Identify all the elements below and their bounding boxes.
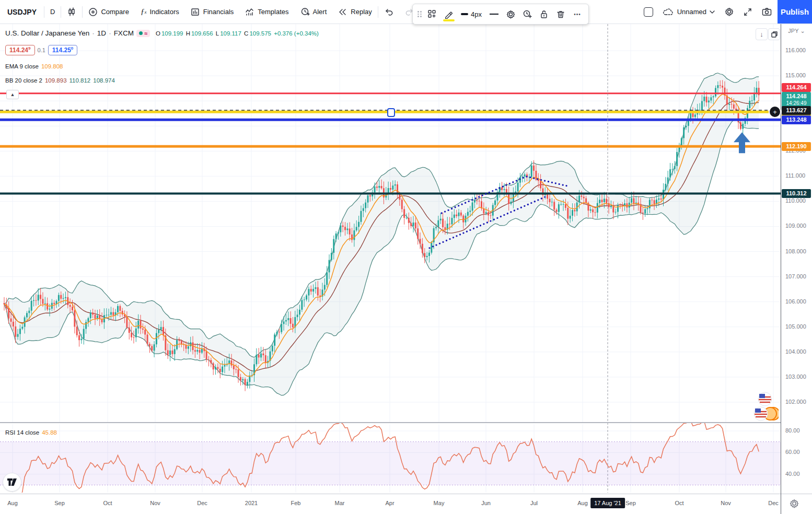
- rsi-tick: 80.00: [785, 427, 800, 434]
- symbol-label: USDJPY: [7, 8, 37, 16]
- pencil-icon: [444, 9, 454, 19]
- time-label: Apr: [385, 500, 394, 506]
- ask-sup: 0: [71, 46, 73, 51]
- line-style-button[interactable]: [486, 6, 502, 22]
- delete-button[interactable]: [553, 6, 569, 22]
- price-chart[interactable]: [0, 0, 812, 494]
- chart-style-button[interactable]: [61, 3, 82, 21]
- replay-icon: [338, 7, 347, 17]
- bid-ask-row: 114.249 0.1 114.250: [5, 45, 77, 55]
- grid-plus-icon: [427, 9, 437, 19]
- delayed-data-icon: ≈: [144, 30, 147, 37]
- orange-line-price-label: 112.190: [782, 142, 811, 151]
- symbol-legend[interactable]: U.S. Dollar / Japanese Yen · 1D · FXCM ≈…: [5, 29, 320, 37]
- indicators-button[interactable]: ƒx Indicators: [135, 3, 185, 21]
- price-tick: 106.000: [785, 298, 806, 305]
- line-collapse-button[interactable]: ▲: [6, 90, 19, 99]
- financials-icon: [191, 7, 200, 17]
- symbol-button[interactable]: USDJPY: [0, 3, 44, 21]
- time-axis[interactable]: AugSepOctNovDec2021FebMarAprMayJunJulAug…: [0, 494, 812, 514]
- cloud-layout-button[interactable]: Unnamed: [659, 3, 718, 21]
- l-label: L: [216, 30, 219, 37]
- pane-separator[interactable]: [0, 422, 781, 423]
- time-axis-settings[interactable]: [789, 498, 799, 511]
- teal-line-price-label: 110.312: [782, 189, 811, 198]
- add-alert-button[interactable]: [519, 6, 535, 22]
- rsi-legend[interactable]: RSI 14 close 45.88: [5, 429, 57, 436]
- undo-icon: [384, 7, 393, 17]
- active-tool-highlight: [443, 19, 455, 21]
- bb-legend[interactable]: BB 20 close 2 109.893 110.812 108.974: [5, 77, 115, 84]
- compare-button[interactable]: Compare: [83, 3, 134, 21]
- interval-button[interactable]: D: [44, 3, 61, 21]
- draw-tool-button[interactable]: [441, 6, 457, 22]
- usd-coin-icon: [754, 407, 768, 420]
- financials-label: Financials: [203, 8, 234, 16]
- indicators-label: Indicators: [149, 8, 179, 16]
- replay-button[interactable]: Replay: [332, 3, 377, 21]
- add-to-layout-button[interactable]: [424, 6, 440, 22]
- arrow-down-icon: ↓: [760, 30, 763, 38]
- price-tick: 103.000: [785, 373, 806, 380]
- open-value: 109.199: [161, 30, 183, 37]
- restore-pane-button[interactable]: [768, 28, 780, 40]
- price-scale-separator[interactable]: [781, 24, 781, 514]
- gear-icon: [789, 498, 799, 509]
- time-label: 2021: [245, 500, 258, 506]
- chart-settings-button[interactable]: [721, 4, 737, 20]
- price-scale[interactable]: JPY ⌄ 116.000115.000112.000111.000110.00…: [781, 24, 812, 494]
- price-tick: 115.000: [785, 72, 806, 78]
- price-tick: 109.000: [785, 223, 806, 229]
- time-label: Feb: [291, 500, 301, 506]
- time-label: Jul: [530, 500, 538, 506]
- single-layout-icon: [644, 7, 653, 17]
- ema-label: EMA 9 close: [5, 63, 39, 69]
- market-open-dot-icon: [139, 31, 143, 35]
- financials-button[interactable]: Financials: [185, 3, 240, 21]
- templates-button[interactable]: Templates: [239, 3, 294, 21]
- tradingview-logo-icon: [7, 478, 17, 486]
- settings-button[interactable]: [503, 6, 518, 22]
- cloud-icon: [663, 8, 674, 16]
- bb-upper-value: 110.812: [69, 77, 91, 84]
- time-label: May: [434, 500, 445, 506]
- price-line-handle[interactable]: [387, 108, 395, 117]
- chevron-up-icon: ▲: [10, 92, 15, 97]
- fx-icon: ƒx: [141, 7, 147, 16]
- layout-select-button[interactable]: [641, 4, 656, 20]
- market-status-pill[interactable]: ≈: [136, 30, 150, 37]
- more-options-button[interactable]: •••: [570, 6, 585, 22]
- fullscreen-button[interactable]: [740, 4, 756, 20]
- price-tick: 102.000: [785, 399, 806, 405]
- last-price: 114.248: [782, 92, 811, 100]
- price-tick: 111.000: [785, 172, 805, 179]
- ask-value: 114.25: [52, 46, 71, 54]
- add-order-plus-icon[interactable]: +: [769, 106, 781, 118]
- layout-name-label: Unnamed: [677, 8, 706, 16]
- compare-label: Compare: [101, 8, 129, 16]
- line-style-icon: [490, 14, 498, 15]
- tradingview-logo[interactable]: [3, 473, 21, 492]
- scroll-to-realtime-button[interactable]: ↓: [756, 28, 768, 40]
- bid-box[interactable]: 114.249: [5, 45, 35, 55]
- blue-line-price-label: 113.248: [782, 115, 811, 124]
- price-tick: 107.000: [785, 273, 806, 279]
- thick-dash-icon: [461, 13, 468, 15]
- undo-button[interactable]: [378, 3, 399, 21]
- currency-selector[interactable]: JPY ⌄: [781, 28, 812, 34]
- lock-button[interactable]: [536, 6, 552, 22]
- line-width-label: 4px: [471, 10, 482, 18]
- interval-label: D: [50, 8, 55, 16]
- ask-box[interactable]: 114.250: [48, 45, 78, 55]
- alert-button[interactable]: Alert: [295, 3, 333, 21]
- toolbar-drag-handle[interactable]: [416, 6, 423, 22]
- time-label: Sep: [625, 500, 636, 506]
- price-tick: 110.000: [785, 197, 806, 204]
- publish-button[interactable]: Publish: [778, 0, 812, 24]
- ema-legend[interactable]: EMA 9 close 109.808: [5, 63, 63, 69]
- compare-plus-icon: [88, 7, 98, 17]
- price-tick: 108.000: [785, 248, 806, 254]
- line-width-button[interactable]: 4px: [458, 6, 485, 22]
- c-label: C: [244, 30, 248, 37]
- snapshot-button[interactable]: [759, 4, 774, 20]
